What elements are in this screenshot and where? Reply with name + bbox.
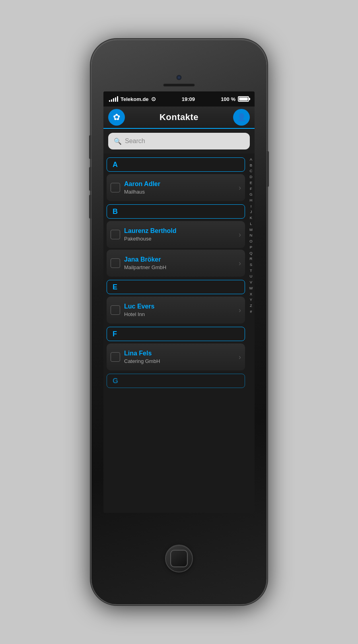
flower-icon: ✿ [113,112,120,122]
contact-name-aaron: Aaron Adler [124,180,235,188]
phone-bottom [165,513,193,604]
wifi-icon: ⊙ [151,96,156,102]
chevron-right-icon: › [239,259,241,268]
contact-checkbox-jana[interactable] [111,258,120,268]
home-button[interactable] [165,545,193,572]
alpha-z[interactable]: Z [250,303,252,309]
contact-name-jana: Jana Bröker [124,256,235,263]
signal-bars [109,96,118,102]
chevron-right-icon: › [239,184,241,192]
alpha-p[interactable]: P [250,244,252,250]
alpha-k[interactable]: K [250,215,252,221]
contact-name-lina: Lina Fels [124,350,235,357]
camera [176,75,182,80]
alpha-e[interactable]: E [250,180,252,186]
alpha-a[interactable]: A [250,157,252,163]
chevron-right-icon: › [239,306,241,314]
alpha-hash[interactable]: # [250,309,252,315]
alpha-y[interactable]: Y [250,297,252,303]
add-contact-icon: 👤 [237,113,246,122]
apps-icon[interactable]: ✿ [108,109,125,126]
alpha-b[interactable]: B [250,163,252,169]
alpha-g[interactable]: G [249,192,252,198]
chevron-right-icon: › [239,353,241,361]
alpha-f[interactable]: F [250,186,252,192]
section-letter-e: E [113,283,117,291]
alpha-t[interactable]: T [250,268,252,274]
section-header-a: A [107,157,245,172]
signal-bar-1 [109,100,110,102]
contact-row[interactable]: Lina Fels Catering GmbH › [107,343,245,370]
contact-company-aaron: Mailhaus [124,189,235,195]
alpha-i[interactable]: I [251,204,252,209]
alpha-l[interactable]: L [250,221,252,227]
alpha-c[interactable]: C [250,168,253,174]
search-placeholder: Search [125,138,145,145]
alpha-d[interactable]: D [250,174,253,180]
battery-icon [238,96,249,102]
section-header-g: G [107,374,245,388]
alpha-o[interactable]: O [249,239,252,244]
search-bar[interactable]: 🔍 Search [108,133,250,149]
alpha-j[interactable]: J [250,209,252,215]
status-time: 19:09 [182,96,195,102]
alpha-s[interactable]: S [250,262,252,268]
contact-row[interactable]: Jana Bröker Mailpartner GmbH › [107,250,245,277]
contact-name-laurenz: Laurenz Berthold [124,227,235,235]
section-header-f: F [107,327,245,341]
signal-bar-3 [113,98,114,102]
status-bar: Telekom.de ⊙ 19:09 100 % [103,91,255,107]
alpha-v[interactable]: V [250,279,252,285]
contact-checkbox-lina[interactable] [111,352,120,362]
contact-company-lina: Catering GmbH [124,358,235,364]
section-letter-g: G [113,377,118,385]
contact-name-luc: Luc Evers [124,303,235,310]
contacts-list: A Aaron Adler Mailhaus › B [103,153,255,513]
alpha-m[interactable]: M [249,227,253,233]
speaker [163,83,195,87]
alpha-x[interactable]: X [250,291,252,297]
contact-checkbox-aaron[interactable] [111,183,120,192]
section-letter-f: F [113,330,117,338]
contact-info-jana: Jana Bröker Mailpartner GmbH [124,256,235,270]
section-letter-b: B [113,208,118,216]
battery-fill [239,97,248,101]
alpha-r[interactable]: R [250,256,253,262]
contact-info-luc: Luc Evers Hotel Inn [124,303,235,317]
contact-row[interactable]: Luc Evers Hotel Inn › [107,297,245,324]
section-header-e: E [107,280,245,294]
contact-checkbox-luc[interactable] [111,305,120,315]
nav-bar: ✿ Kontakte 👤 [103,107,255,129]
contact-company-jana: Mailpartner GmbH [124,264,235,270]
home-button-inner [170,550,188,567]
contact-company-luc: Hotel Inn [124,311,235,317]
phone-device: Telekom.de ⊙ 19:09 100 % ✿ Kontakte 👤 [91,40,267,604]
add-contact-button[interactable]: 👤 [233,109,250,126]
section-letter-a: A [113,161,118,169]
contacts-area: A Aaron Adler Mailhaus › B [103,153,255,513]
chevron-right-icon: › [239,231,241,239]
contact-row[interactable]: Laurenz Berthold Pakethouse › [107,221,245,248]
section-header-b: B [107,204,245,219]
alpha-n[interactable]: N [250,233,253,239]
search-icon: 🔍 [114,138,122,145]
contact-company-laurenz: Pakethouse [124,236,235,242]
signal-bar-5 [117,96,118,102]
alpha-q[interactable]: Q [249,250,252,256]
contact-info-lina: Lina Fels Catering GmbH [124,350,235,364]
phone-screen: Telekom.de ⊙ 19:09 100 % ✿ Kontakte 👤 [103,91,255,513]
alpha-w[interactable]: W [249,285,253,291]
status-right: 100 % [221,96,249,102]
contact-info-aaron: Aaron Adler Mailhaus [124,180,235,195]
signal-bar-2 [111,99,112,102]
carrier-label: Telekom.de [121,96,149,102]
page-title: Kontakte [160,112,198,122]
alpha-index: A B C D E F G H I J K L M N O P Q R S T [247,153,255,513]
alpha-u[interactable]: U [250,274,253,279]
contact-info-laurenz: Laurenz Berthold Pakethouse [124,227,235,242]
contact-row[interactable]: Aaron Adler Mailhaus › [107,174,245,201]
phone-top [91,40,267,91]
status-left: Telekom.de ⊙ [109,96,156,102]
contact-checkbox-laurenz[interactable] [111,230,120,239]
alpha-h[interactable]: H [250,198,253,204]
